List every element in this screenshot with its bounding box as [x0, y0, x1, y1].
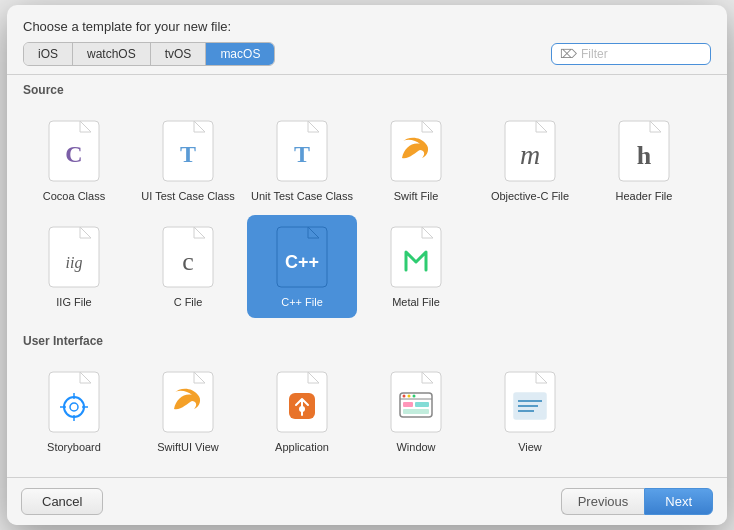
item-cpp-file[interactable]: C++ C++ File — [247, 215, 357, 317]
view-icon-wrapper — [500, 368, 560, 436]
application-icon-wrapper — [272, 368, 332, 436]
previous-button[interactable]: Previous — [561, 488, 645, 515]
source-items-grid: C Cocoa Class T UI Test Case Class — [15, 101, 719, 326]
svg-rect-35 — [403, 402, 413, 407]
filter-icon: ⌦ — [560, 47, 577, 61]
next-button[interactable]: Next — [644, 488, 713, 515]
cancel-button[interactable]: Cancel — [21, 488, 103, 515]
section-ui-header: User Interface — [15, 326, 719, 352]
ui-test-case-label: UI Test Case Class — [141, 189, 234, 203]
section-source-header: Source — [15, 75, 719, 101]
window-label: Window — [396, 440, 435, 454]
swiftui-view-label: SwiftUI View — [157, 440, 219, 454]
c-file-icon-wrapper: c — [158, 223, 218, 291]
svg-rect-18 — [49, 372, 99, 432]
item-c-file[interactable]: c C File — [133, 215, 243, 317]
item-unit-test-case[interactable]: T Unit Test Case Class — [247, 109, 357, 211]
svg-text:C++: C++ — [285, 252, 319, 272]
item-application[interactable]: Application — [247, 360, 357, 462]
template-dialog: Choose a template for your new file: iOS… — [7, 5, 727, 525]
storyboard-label: Storyboard — [47, 440, 101, 454]
item-iig-file[interactable]: iig IIG File — [19, 215, 129, 317]
item-swift-file[interactable]: Swift File — [361, 109, 471, 211]
bottom-row: Cancel Previous Next — [7, 478, 727, 525]
cocoa-class-label: Cocoa Class — [43, 189, 105, 203]
unit-test-icon-wrapper: T — [272, 117, 332, 185]
svg-text:h: h — [637, 141, 652, 170]
c-file-label: C File — [174, 295, 203, 309]
item-view[interactable]: View — [475, 360, 585, 462]
tabs-row: iOS watchOS tvOS macOS ⌦ — [7, 42, 727, 74]
content-area: Source C Cocoa Class — [7, 74, 727, 478]
storyboard-icon-wrapper — [44, 368, 104, 436]
metal-file-label: Metal File — [392, 295, 440, 309]
unit-test-case-label: Unit Test Case Class — [251, 189, 353, 203]
item-window[interactable]: Window — [361, 360, 471, 462]
item-metal-file[interactable]: Metal File — [361, 215, 471, 317]
svg-rect-36 — [415, 402, 429, 407]
header-file-label: Header File — [616, 189, 673, 203]
svg-point-32 — [403, 394, 406, 397]
svg-point-34 — [413, 394, 416, 397]
svg-point-28 — [299, 406, 305, 412]
swiftui-view-icon-wrapper — [158, 368, 218, 436]
filter-input[interactable] — [581, 47, 702, 61]
filter-box[interactable]: ⌦ — [551, 43, 711, 65]
svg-text:T: T — [180, 141, 196, 167]
tab-tvos[interactable]: tvOS — [151, 43, 207, 65]
item-objective-c[interactable]: m Objective-C File — [475, 109, 585, 211]
dialog-title: Choose a template for your new file: — [7, 5, 727, 42]
objective-c-icon-wrapper: m — [500, 117, 560, 185]
cocoa-class-icon-wrapper: C — [44, 117, 104, 185]
svg-text:T: T — [294, 141, 310, 167]
svg-text:iig: iig — [66, 254, 83, 272]
tab-group: iOS watchOS tvOS macOS — [23, 42, 275, 66]
svg-text:m: m — [520, 139, 540, 170]
tab-ios[interactable]: iOS — [24, 43, 73, 65]
application-label: Application — [275, 440, 329, 454]
ui-test-icon-wrapper: T — [158, 117, 218, 185]
swift-file-label: Swift File — [394, 189, 439, 203]
swift-file-icon-wrapper — [386, 117, 446, 185]
item-storyboard[interactable]: Storyboard — [19, 360, 129, 462]
item-header-file[interactable]: h Header File — [589, 109, 699, 211]
ui-items-grid: Storyboard SwiftUI View — [15, 352, 719, 470]
item-cocoa-class[interactable]: C Cocoa Class — [19, 109, 129, 211]
view-label: View — [518, 440, 542, 454]
svg-rect-17 — [391, 227, 441, 287]
svg-text:C: C — [65, 141, 82, 167]
window-icon-wrapper — [386, 368, 446, 436]
header-file-icon-wrapper: h — [614, 117, 674, 185]
iig-file-icon-wrapper: iig — [44, 223, 104, 291]
tab-macos[interactable]: macOS — [206, 43, 274, 65]
item-swiftui-view[interactable]: SwiftUI View — [133, 360, 243, 462]
tab-watchos[interactable]: watchOS — [73, 43, 151, 65]
metal-file-icon-wrapper — [386, 223, 446, 291]
objective-c-label: Objective-C File — [491, 189, 569, 203]
item-ui-test-case[interactable]: T UI Test Case Class — [133, 109, 243, 211]
cpp-file-label: C++ File — [281, 295, 323, 309]
svg-point-33 — [408, 394, 411, 397]
svg-text:c: c — [182, 247, 194, 276]
iig-file-label: IIG File — [56, 295, 91, 309]
svg-rect-37 — [403, 409, 429, 414]
cpp-file-icon-wrapper: C++ — [272, 223, 332, 291]
